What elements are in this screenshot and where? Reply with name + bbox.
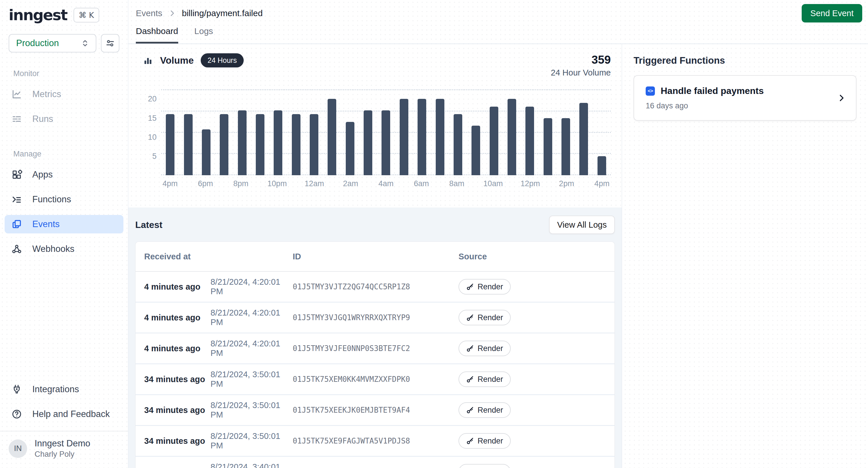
y-axis-tick: 20 <box>148 95 157 103</box>
volume-bar[interactable] <box>328 99 336 175</box>
tab-logs[interactable]: Logs <box>194 26 213 43</box>
volume-bar[interactable] <box>544 118 552 175</box>
volume-bar[interactable] <box>507 99 516 175</box>
volume-bar[interactable] <box>220 114 228 175</box>
sidebar-item-label: Metrics <box>32 89 61 99</box>
user-name: Charly Poly <box>35 450 90 459</box>
table-row[interactable]: 34 minutes ago8/21/2024, 3:50:01 PM01J5T… <box>135 426 615 457</box>
environment-selected-label: Production <box>16 38 59 48</box>
breadcrumb-events-link[interactable]: Events <box>136 8 162 18</box>
table-row[interactable]: 34 minutes ago8/21/2024, 3:50:01 PM01J5T… <box>135 364 615 395</box>
key-icon <box>466 375 474 383</box>
cell-received-at: 4 minutes ago <box>144 282 211 292</box>
volume-bar[interactable] <box>238 110 247 175</box>
sidebar-item-label: Runs <box>32 114 53 124</box>
events-copy-icon <box>11 219 23 230</box>
source-badge-label: Render <box>477 406 503 415</box>
cell-event-id: 01J5TMY3VJGQ1WRYRRXQXTRYP9 <box>293 313 459 322</box>
volume-bar[interactable] <box>274 110 282 175</box>
help-circle-icon <box>11 408 23 420</box>
send-event-button[interactable]: Send Event <box>802 4 862 23</box>
table-row[interactable]: 4 minutes ago8/21/2024, 4:20:01 PM01J5TM… <box>135 272 615 303</box>
environment-settings-button[interactable] <box>101 34 119 53</box>
volume-bar[interactable] <box>417 99 426 175</box>
sidebar-item-metrics[interactable]: Metrics <box>5 85 123 103</box>
range-badge[interactable]: 24 Hours <box>201 53 244 67</box>
volume-bar[interactable] <box>184 114 193 175</box>
volume-bar[interactable] <box>597 156 606 175</box>
x-axis-tick <box>503 179 521 188</box>
sidebar-item-label: Integrations <box>32 384 79 395</box>
volume-chart-plot <box>161 90 611 175</box>
source-badge[interactable]: Render <box>459 402 511 418</box>
inngest-app: inngest ⌘ K Production Monitor <box>0 0 868 468</box>
avatar: IN <box>9 439 27 458</box>
x-axis-tick <box>324 179 342 188</box>
volume-bar[interactable] <box>346 122 354 175</box>
source-badge-label: Render <box>477 437 503 445</box>
cell-received-at: 34 minutes ago <box>144 375 211 384</box>
source-badge[interactable]: Render <box>459 464 511 468</box>
command-k-shortcut[interactable]: ⌘ K <box>73 8 99 23</box>
table-row[interactable]: 34 minutes ago8/21/2024, 3:50:01 PM01J5T… <box>135 395 615 426</box>
table-row[interactable]: 4 minutes ago8/21/2024, 4:20:01 PM01J5TM… <box>135 303 615 333</box>
y-axis-tick: 10 <box>148 133 157 141</box>
x-axis-tick: 4pm <box>161 179 179 188</box>
plug-icon <box>11 383 23 395</box>
volume-bar[interactable] <box>525 107 534 175</box>
chart-line-icon <box>11 89 23 100</box>
cell-received-at: 34 minutes ago <box>144 405 211 415</box>
sidebar-item-webhooks[interactable]: Webhooks <box>5 240 123 258</box>
sidebar-item-functions[interactable]: Functions <box>5 190 123 209</box>
sidebar-item-events[interactable]: Events <box>5 215 123 233</box>
volume-bar[interactable] <box>364 110 372 175</box>
apps-grid-icon <box>11 169 23 180</box>
volume-bar[interactable] <box>436 99 444 175</box>
volume-bar[interactable] <box>561 118 570 175</box>
volume-bar[interactable] <box>381 110 390 175</box>
volume-title: Volume <box>160 55 194 66</box>
cell-event-id: 01J5TMY3VJTZ2QG74QCC5RP1Z8 <box>293 282 459 291</box>
sidebar-item-label: Events <box>32 219 60 229</box>
cell-timestamp: 8/21/2024, 4:20:01 PM <box>211 308 293 327</box>
x-axis-tick <box>540 179 558 188</box>
cell-event-id: 01J5TMY3VJFE0NNP0S3BTE7FC2 <box>293 344 459 353</box>
volume-bar[interactable] <box>579 103 588 175</box>
x-axis-tick <box>575 179 593 188</box>
sidebar-item-runs[interactable]: Runs <box>5 110 123 128</box>
view-all-logs-button[interactable]: View All Logs <box>549 215 615 234</box>
table-row[interactable]: 44 minutes ago8/21/2024, 3:40:01 PM01J5T… <box>135 457 615 468</box>
volume-bar[interactable] <box>454 114 462 175</box>
tab-dashboard[interactable]: Dashboard <box>136 26 178 43</box>
sidebar-item-help[interactable]: Help and Feedback <box>5 405 123 423</box>
volume-bar[interactable] <box>202 129 211 175</box>
triggered-function-card[interactable]: <> Handle failed payments 16 days ago <box>633 75 857 121</box>
user-profile[interactable]: IN Inngest Demo Charly Poly <box>0 431 128 466</box>
environment-selector[interactable]: Production <box>9 34 96 53</box>
source-badge[interactable]: Render <box>459 433 511 449</box>
sidebar-item-apps[interactable]: Apps <box>5 165 123 184</box>
source-badge[interactable]: Render <box>459 310 511 325</box>
cell-event-id: 01J5TK75XE9FAGJWTA5V1PDJS8 <box>293 437 459 445</box>
volume-bar[interactable] <box>310 114 318 175</box>
x-axis-tick <box>430 179 448 188</box>
x-axis-tick <box>395 179 412 188</box>
volume-bar[interactable] <box>166 114 175 175</box>
source-badge[interactable]: Render <box>459 279 511 295</box>
volume-bar[interactable] <box>471 126 480 175</box>
table-row[interactable]: 4 minutes ago8/21/2024, 4:20:01 PM01J5TM… <box>135 333 615 364</box>
nav-section-manage: Manage <box>13 149 128 159</box>
latest-title: Latest <box>135 220 162 230</box>
volume-bar[interactable] <box>400 99 408 175</box>
volume-bar[interactable] <box>490 107 498 175</box>
chevron-right-icon <box>837 93 846 103</box>
volume-bar[interactable] <box>292 114 301 175</box>
source-badge[interactable]: Render <box>459 371 511 387</box>
sidebar-item-integrations[interactable]: Integrations <box>5 380 123 399</box>
key-icon <box>466 313 474 322</box>
source-badge-label: Render <box>477 344 503 353</box>
page-header: Events billing/payment.failed Send Event… <box>128 0 868 44</box>
sidebar: inngest ⌘ K Production Monitor <box>0 0 128 468</box>
volume-bar[interactable] <box>256 114 265 175</box>
source-badge[interactable]: Render <box>459 341 511 356</box>
